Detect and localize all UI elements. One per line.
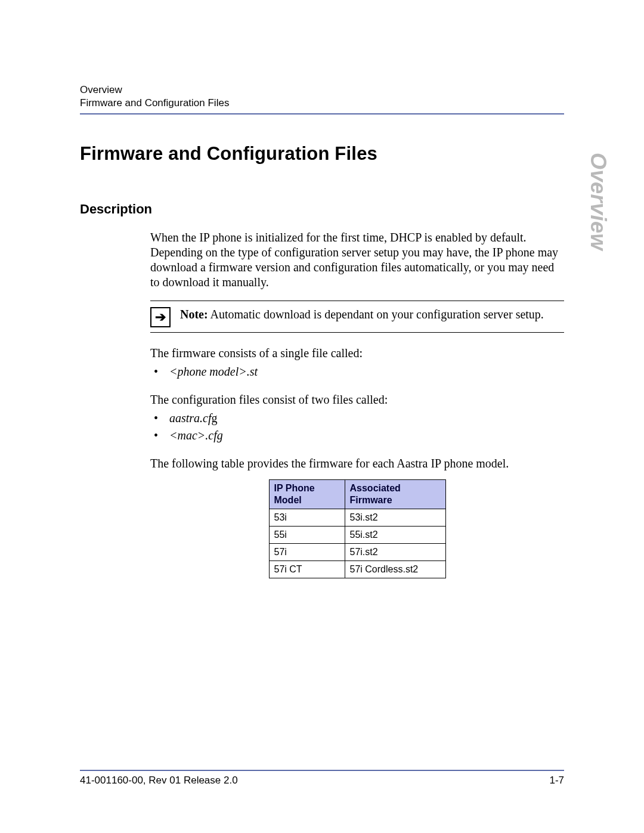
note-rule-bottom [150, 332, 564, 333]
table-row: 57i 57i.st2 [269, 544, 445, 561]
header-rule [80, 113, 564, 114]
cell-fw: 57i Cordless.st2 [345, 561, 445, 578]
header-breadcrumb: Overview Firmware and Configuration File… [80, 83, 564, 110]
config-bullets: aastra.cfg <mac>.cfg [150, 411, 564, 443]
footer-left: 41-001160-00, Rev 01 Release 2.0 [80, 775, 238, 786]
list-item: aastra.cfg [167, 411, 564, 426]
cell-fw: 55i.st2 [345, 527, 445, 544]
side-tab-label: Overview [586, 153, 611, 250]
cell-model: 55i [269, 527, 345, 544]
cell-model: 57i CT [269, 561, 345, 578]
page-title: Firmware and Configuration Files [80, 143, 564, 165]
footer-page-number: 1-7 [549, 775, 564, 786]
page-footer: 41-001160-00, Rev 01 Release 2.0 1-7 [80, 770, 564, 786]
cell-fw: 57i.st2 [345, 544, 445, 561]
firmware-intro: The firmware consists of a single file c… [150, 346, 564, 361]
table-row: 55i 55i.st2 [269, 527, 445, 544]
intro-paragraph: When the IP phone is initialized for the… [150, 230, 564, 290]
footer-rule [80, 770, 564, 771]
config-intro: The configuration files consist of two f… [150, 392, 564, 407]
note-body: Automatic download is dependant on your … [210, 308, 544, 321]
firmware-table: IP Phone Model Associated Firmware 53i 5… [269, 479, 446, 578]
table-header-model: IP Phone Model [269, 480, 345, 509]
table-row: 57i CT 57i Cordless.st2 [269, 561, 445, 578]
list-item: <mac>.cfg [167, 428, 564, 443]
note-label: Note: [180, 308, 208, 321]
table-row: 53i 53i.st2 [269, 509, 445, 527]
table-header-firmware: Associated Firmware [345, 480, 445, 509]
cell-model: 53i [269, 509, 345, 527]
firmware-bullets: <phone model>.st [150, 364, 564, 379]
cell-model: 57i [269, 544, 345, 561]
table-intro: The following table provides the firmwar… [150, 456, 564, 471]
section-heading-description: Description [80, 202, 564, 217]
arrow-right-icon: ➔ [150, 307, 171, 327]
cell-fw: 53i.st2 [345, 509, 445, 527]
header-section: Overview [80, 83, 564, 97]
note-text: Note: Automatic download is dependant on… [180, 307, 544, 322]
list-item: <phone model>.st [167, 364, 564, 379]
note-block: ➔ Note: Automatic download is dependant … [150, 301, 564, 333]
header-subsection: Firmware and Configuration Files [80, 97, 564, 110]
